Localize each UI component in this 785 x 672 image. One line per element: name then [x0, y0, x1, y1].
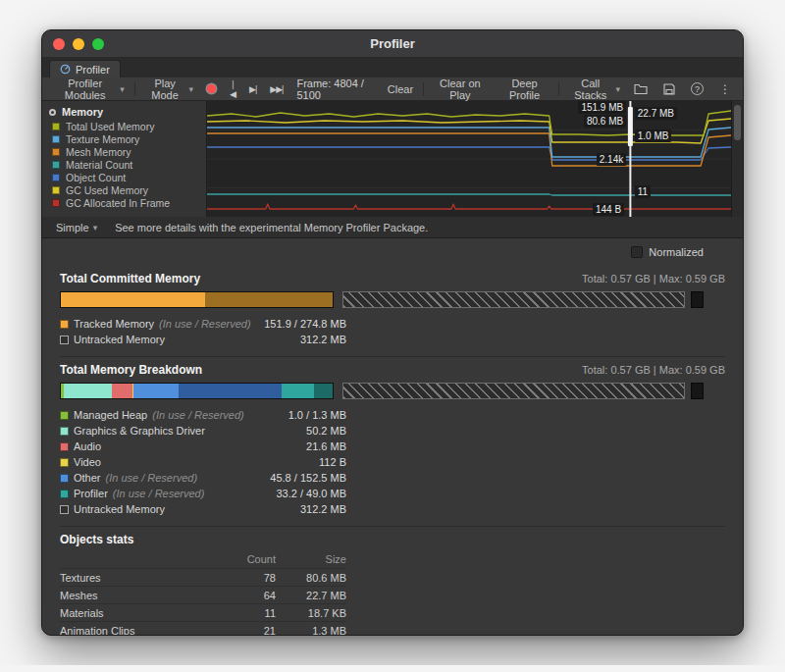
module-legend-item[interactable]: Mesh Memory [42, 145, 206, 158]
legend-row-audio[interactable]: Audio 21.6 MB [60, 439, 346, 454]
normalized-checkbox[interactable] [631, 246, 643, 258]
tab-profiler[interactable]: Profiler [49, 60, 121, 78]
legend-label: GC Used Memory [66, 184, 148, 196]
chart-scrollbar[interactable] [731, 101, 743, 217]
prev-frame-button[interactable]: |◀ [224, 79, 241, 99]
breakdown-bar[interactable] [60, 383, 334, 399]
legend-color-swatch [60, 490, 69, 498]
legend-color-swatch [60, 320, 69, 329]
toolbar-separator [134, 82, 135, 96]
next-frame-button[interactable]: ▶| [243, 79, 262, 99]
legend-color-swatch [52, 199, 60, 207]
row-count: 64 [217, 590, 276, 601]
normalized-label[interactable]: Normalized [649, 246, 704, 258]
row-count: 11 [217, 607, 276, 619]
legend-row-untracked-memory[interactable]: Untracked Memory 312.2 MB [60, 501, 346, 517]
clear-label: Clear [388, 83, 413, 95]
help-button[interactable]: ? [685, 79, 709, 99]
profiler-modules-dropdown[interactable]: Profiler Modules ▾ [48, 79, 131, 99]
memory-module-icon [49, 109, 56, 116]
legend-label: Total Used Memory [66, 121, 154, 132]
legend-row-profiler[interactable]: Profiler (In use / Reserved) 33.2 / 49.0… [60, 486, 346, 501]
context-menu-button[interactable]: ⋮ [713, 79, 737, 99]
untracked-memory-hatched-bar[interactable] [342, 291, 685, 308]
record-icon [207, 84, 216, 93]
legend-label: Untracked Memory [74, 334, 165, 345]
legend-value: 50.2 MB [306, 425, 346, 437]
module-legend-item[interactable]: GC Used Memory [42, 183, 206, 196]
legend-row-video[interactable]: Video 112 B [60, 454, 346, 470]
clear-on-play-button[interactable]: Clear on Play [428, 79, 493, 99]
row-name: Materials [60, 607, 217, 619]
objects-stats-table: Count Size Textures 78 80.6 MB Meshes 64… [60, 550, 346, 635]
legend-value: 1.0 / 1.3 MB [288, 409, 346, 421]
table-row-meshes[interactable]: Meshes 64 22.7 MB [60, 587, 346, 604]
legend-color-swatch [60, 411, 69, 420]
play-mode-label: Play Mode [145, 78, 185, 101]
help-icon: ? [691, 82, 704, 95]
chart-value-badge: 80.6 MB [584, 115, 626, 128]
view-mode-dropdown[interactable]: Simple ▾ [50, 218, 103, 237]
legend-row-untracked-memory[interactable]: Untracked Memory 312.2 MB [60, 332, 346, 347]
untracked-memory-hatched-bar[interactable] [342, 383, 685, 399]
legend-value: 33.2 / 49.0 MB [276, 488, 346, 499]
tracked-memory-bar[interactable] [60, 291, 334, 308]
toolbar: Profiler Modules ▾ Play Mode ▾ |◀ ▶| ▶▶|… [42, 78, 743, 101]
play-mode-dropdown[interactable]: Play Mode ▾ [139, 79, 199, 99]
maximize-button[interactable] [92, 38, 104, 50]
legend-qualifier: (In use / Reserved) [152, 409, 244, 421]
module-legend-item[interactable]: Object Count [42, 171, 206, 183]
section-title: Total Memory Breakdown [60, 363, 202, 377]
row-count: 78 [217, 572, 276, 584]
profiler-window: Profiler Profiler Profiler Modules ▾ Pla… [41, 29, 744, 636]
deep-profile-button[interactable]: Deep Profile [495, 79, 554, 99]
bar-segment-other-reserved [179, 384, 282, 398]
record-button[interactable] [201, 79, 222, 99]
selected-frame-handle[interactable] [628, 107, 633, 146]
scrollbar-thumb[interactable] [734, 105, 741, 140]
legend-color-swatch [60, 505, 69, 514]
current-frame-button[interactable]: ▶▶| [264, 79, 288, 99]
table-row-animation-clips[interactable]: Animation Clips 21 1.3 MB [60, 622, 346, 635]
section-totals: Total: 0.57 GB | Max: 0.59 GB [582, 273, 725, 284]
legend-color-swatch [60, 442, 69, 451]
legend-color-swatch [52, 123, 60, 130]
legend-row-tracked-memory[interactable]: Tracked Memory (In use / Reserved) 151.9… [60, 316, 346, 332]
legend-value: 112 B [319, 456, 346, 468]
call-stacks-dropdown[interactable]: Call Stacks ▾ [563, 79, 626, 99]
memory-module-header[interactable]: Memory [42, 104, 206, 120]
deep-profile-label: Deep Profile [500, 78, 549, 101]
legend-label: Video [74, 456, 101, 468]
clear-button[interactable]: Clear [382, 79, 419, 99]
legend-row-managed-heap[interactable]: Managed Heap (In use / Reserved) 1.0 / 1… [60, 407, 346, 423]
legend-row-other[interactable]: Other (In use / Reserved) 45.8 / 152.5 M… [60, 470, 346, 486]
module-legend-item[interactable]: GC Allocated In Frame [42, 196, 206, 209]
module-legend-item[interactable]: Texture Memory [42, 132, 206, 145]
legend-qualifier: (In use / Reserved) [113, 488, 205, 499]
load-profile-button[interactable] [628, 79, 654, 99]
row-size: 18.7 KB [276, 607, 346, 619]
next-frame-icon: ▶| [249, 84, 256, 94]
module-legend-item[interactable]: Total Used Memory [42, 120, 206, 132]
close-button[interactable] [53, 38, 65, 50]
view-mode-label: Simple [56, 222, 89, 233]
section-title: Total Committed Memory [60, 272, 200, 285]
legend-row-graphics[interactable]: Graphics & Graphics Driver 50.2 MB [60, 423, 346, 439]
minimize-button[interactable] [73, 38, 84, 50]
legend-label: Texture Memory [66, 133, 139, 145]
window-title: Profiler [42, 30, 743, 58]
table-row-textures[interactable]: Textures 78 80.6 MB [60, 569, 346, 587]
breakdown-memory-bar [60, 383, 704, 399]
table-row-materials[interactable]: Materials 11 18.7 KB [60, 604, 346, 622]
section-divider [60, 526, 725, 527]
legend-value: 312.2 MB [300, 334, 346, 345]
save-profile-button[interactable] [657, 79, 681, 99]
section-title: Objects stats [60, 533, 133, 546]
legend-label: Graphics & Graphics Driver [74, 425, 205, 437]
chart-value-badge: 1.0 MB [635, 129, 672, 142]
bar-segment-profiler-reserved [314, 384, 333, 398]
legend-color-swatch [52, 174, 60, 181]
profiler-modules-label: Profiler Modules [54, 78, 116, 101]
memory-chart[interactable]: 151.9 MB 22.7 MB 80.6 MB 1.0 MB 2.14k 11… [207, 101, 731, 217]
module-legend-item[interactable]: Material Count [42, 158, 206, 171]
